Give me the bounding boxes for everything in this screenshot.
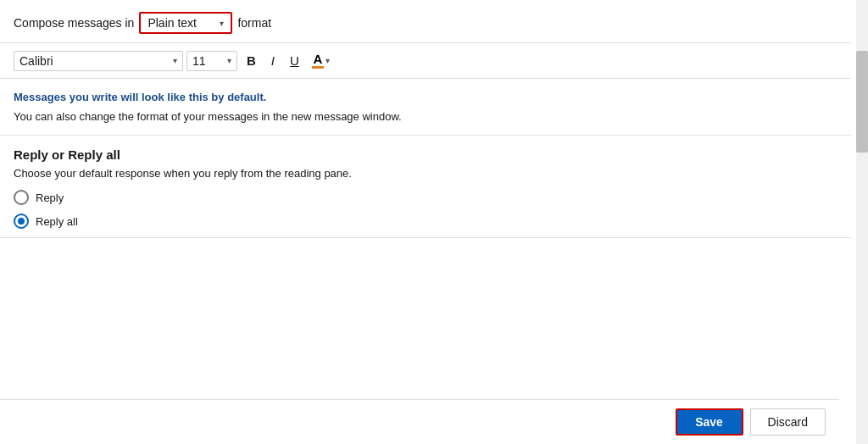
chevron-down-icon: ▾ <box>220 19 224 28</box>
reply-section: Reply or Reply all Choose your default r… <box>0 136 851 238</box>
scrollbar-track[interactable] <box>856 0 868 444</box>
reply-radio-button[interactable] <box>14 190 29 205</box>
font-family-label: Calibri <box>19 54 53 68</box>
reply-radio-label: Reply <box>36 191 64 204</box>
compose-suffix-text: format <box>237 16 271 30</box>
font-color-button[interactable]: A ▾ <box>309 50 333 71</box>
footer: Save Discard <box>0 399 839 444</box>
reply-radio-group: Reply Reply all <box>14 190 837 229</box>
font-family-chevron-icon: ▾ <box>173 56 177 65</box>
save-button[interactable]: Save <box>676 408 743 436</box>
bold-button[interactable]: B <box>241 51 262 70</box>
reply-radio-item[interactable]: Reply <box>14 190 837 205</box>
info-line2: You can also change the format of your m… <box>14 110 837 123</box>
info-line1: Messages you write will look like this b… <box>14 91 837 103</box>
font-color-icon: A <box>312 53 324 69</box>
discard-button[interactable]: Discard <box>750 408 826 436</box>
font-size-dropdown[interactable]: 11 ▾ <box>186 51 237 71</box>
reply-section-description: Choose your default response when you re… <box>14 167 837 180</box>
compose-format-section: Compose messages in Plain text ▾ format <box>0 0 851 43</box>
reply-all-radio-label: Reply all <box>36 215 78 228</box>
font-family-dropdown[interactable]: Calibri ▾ <box>14 51 183 71</box>
radio-selected-indicator <box>18 218 25 225</box>
reply-all-radio-item[interactable]: Reply all <box>14 214 837 229</box>
font-color-chevron-icon: ▾ <box>326 56 330 65</box>
font-size-chevron-icon: ▾ <box>227 56 231 65</box>
info-section: Messages you write will look like this b… <box>0 79 851 136</box>
italic-button[interactable]: I <box>265 51 281 70</box>
font-toolbar: Calibri ▾ 11 ▾ B I U A ▾ <box>0 43 851 79</box>
font-size-label: 11 <box>192 54 206 68</box>
spacer <box>0 238 851 289</box>
reply-all-radio-button[interactable] <box>14 214 29 229</box>
scrollbar-thumb[interactable] <box>856 51 868 153</box>
format-dropdown-label: Plain text <box>147 16 197 30</box>
reply-section-title: Reply or Reply all <box>14 147 837 162</box>
underline-button[interactable]: U <box>284 51 305 70</box>
compose-prefix-text: Compose messages in <box>14 16 134 30</box>
format-dropdown[interactable]: Plain text ▾ <box>139 12 232 34</box>
